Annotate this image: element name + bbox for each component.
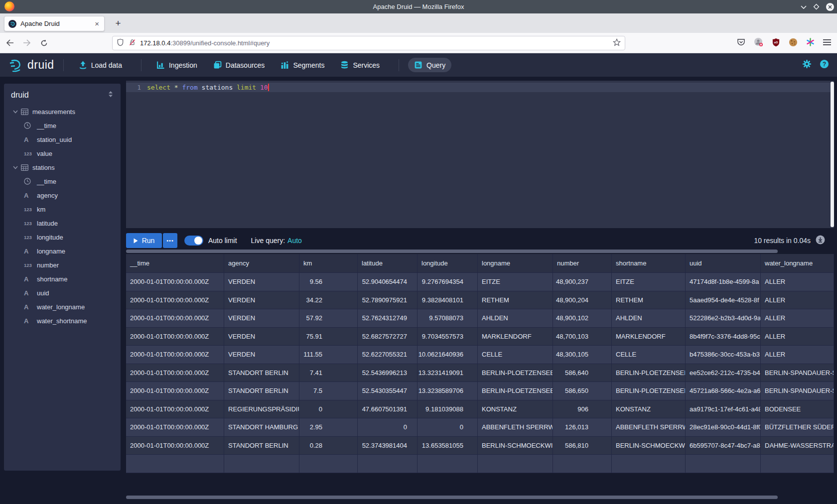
- table-cell[interactable]: BERLIN-SPANDAUER-SCHIFFAHRTSKANAL: [761, 364, 834, 382]
- table-cell[interactable]: 48,900,204: [553, 291, 612, 310]
- column-header-agency[interactable]: agency: [224, 254, 299, 273]
- table-cell[interactable]: 9.57088073: [418, 309, 478, 328]
- editor-vertical-scrollbar[interactable]: [831, 82, 834, 227]
- table-cell[interactable]: 5aaed954-de4e-4528-8f: [686, 291, 761, 310]
- table-cell[interactable]: STANDORT BERLIN: [224, 382, 299, 400]
- table-cell[interactable]: 52.3743981404: [358, 437, 418, 455]
- window-maximize-icon[interactable]: [813, 3, 820, 10]
- table-cell[interactable]: 2000-01-01T00:00:00.000Z: [126, 273, 224, 291]
- table-cell[interactable]: ee52ce62-212c-4735-b4: [686, 364, 761, 382]
- nav-item-segments[interactable]: Segments: [275, 58, 330, 72]
- table-cell[interactable]: 2000-01-01T00:00:00.000Z: [126, 291, 224, 310]
- table-cell[interactable]: 9.181039088: [418, 400, 478, 419]
- tree-column-longitude[interactable]: 123 longitude: [4, 230, 121, 244]
- table-cell[interactable]: ALLER: [761, 328, 834, 346]
- live-query-control[interactable]: Live query:Auto: [251, 237, 302, 245]
- shield-icon[interactable]: [117, 38, 124, 48]
- help-icon[interactable]: ?: [820, 59, 829, 71]
- table-cell[interactable]: 9.7034557573: [418, 328, 478, 346]
- column-header-uuid[interactable]: uuid: [686, 254, 761, 273]
- table-cell[interactable]: VERDEN: [224, 309, 299, 328]
- table-cell[interactable]: EITZE: [478, 273, 553, 291]
- tree-column-__time[interactable]: __time: [4, 119, 121, 132]
- column-header-water_longname[interactable]: water_longname: [761, 254, 834, 273]
- table-cell[interactable]: 2000-01-01T00:00:00.000Z: [126, 328, 224, 346]
- table-cell[interactable]: 0: [358, 418, 418, 437]
- table-cell[interactable]: 7.41: [299, 364, 358, 382]
- back-icon[interactable]: [3, 36, 17, 50]
- forward-icon[interactable]: [20, 36, 34, 50]
- table-cell[interactable]: REGIERUNGSPRÄSIDIUM: [224, 400, 299, 419]
- table-cell[interactable]: VERDEN: [224, 273, 299, 291]
- table-cell[interactable]: 586,650: [553, 382, 612, 400]
- table-cell[interactable]: 7.5: [299, 382, 358, 400]
- account-icon[interactable]: [754, 37, 763, 49]
- column-header-longitude[interactable]: longitude: [418, 254, 478, 273]
- table-cell[interactable]: 126,013: [553, 418, 612, 437]
- table-cell[interactable]: 9.56: [299, 273, 358, 291]
- table-cell[interactable]: 2.95: [299, 418, 358, 437]
- table-cell[interactable]: 52.7624312749: [358, 309, 418, 328]
- druid-logo[interactable]: druid: [8, 58, 54, 73]
- table-cell[interactable]: CELLE: [478, 346, 553, 364]
- table-cell[interactable]: 13.3238589706: [418, 382, 478, 400]
- table-cell[interactable]: 47.6607501391: [358, 400, 418, 419]
- window-minimize-icon[interactable]: [801, 5, 807, 9]
- table-cell[interactable]: ALLER: [761, 291, 834, 310]
- table-cell[interactable]: ALLER: [761, 309, 834, 328]
- table-cell[interactable]: ALLER: [761, 346, 834, 364]
- nav-item-datasources[interactable]: Datasources: [207, 58, 271, 72]
- table-cell[interactable]: 75.91: [299, 328, 358, 346]
- table-cell[interactable]: CELLE: [612, 346, 686, 364]
- tree-column-number[interactable]: 123 number: [4, 258, 121, 272]
- url-bar[interactable]: 172.18.0.4:30899/unified-console.html#qu…: [112, 36, 625, 50]
- table-cell[interactable]: KONSTANZ: [478, 400, 553, 419]
- table-cell[interactable]: 57.92: [299, 309, 358, 328]
- table-cell[interactable]: BODENSEE: [761, 400, 834, 419]
- table-cell[interactable]: 9.2767694354: [418, 273, 478, 291]
- table-cell[interactable]: b475386c-30cc-453a-b3: [686, 346, 761, 364]
- table-cell[interactable]: STANDORT BERLIN: [224, 437, 299, 455]
- column-header-latitude[interactable]: latitude: [358, 254, 418, 273]
- tree-column-km[interactable]: 123 km: [4, 202, 121, 216]
- lock-insecure-icon[interactable]: [129, 38, 136, 48]
- table-cell[interactable]: 10.0621640936: [418, 346, 478, 364]
- table-cell[interactable]: BERLIN-PLOETZENSEE UW: [612, 382, 686, 400]
- table-cell[interactable]: ABBENFLETH SPERRWERK: [478, 418, 553, 437]
- download-icon[interactable]: [816, 235, 825, 247]
- cookie-icon[interactable]: [789, 38, 798, 49]
- table-cell[interactable]: STANDORT BERLIN: [224, 364, 299, 382]
- table-cell[interactable]: 52.7890975921: [358, 291, 418, 310]
- ublock-icon[interactable]: uO: [772, 38, 780, 49]
- tree-column-station_uuid[interactable]: A station_uuid: [4, 132, 121, 146]
- schema-name[interactable]: druid: [11, 91, 29, 100]
- chevron-down-icon[interactable]: [13, 166, 18, 169]
- nav-item-load-data[interactable]: Load data: [73, 58, 128, 72]
- tree-column-longname[interactable]: A longname: [4, 244, 121, 258]
- table-cell[interactable]: 2000-01-01T00:00:00.000Z: [126, 346, 224, 364]
- table-cell[interactable]: 48,700,103: [553, 328, 612, 346]
- table-cell[interactable]: BERLIN-PLOETZENSEE OW: [478, 364, 553, 382]
- table-cell[interactable]: 13.653581055: [418, 437, 478, 455]
- column-header-shortname[interactable]: shortname: [612, 254, 686, 273]
- browser-tab-apache-druid[interactable]: Apache Druid ×: [4, 16, 105, 31]
- column-header-km[interactable]: km: [299, 254, 358, 273]
- table-cell[interactable]: MARKLENDORF: [612, 328, 686, 346]
- table-cell[interactable]: ABBENFLETH SPERRWERK: [612, 418, 686, 437]
- nav-item-ingestion[interactable]: Ingestion: [150, 58, 203, 72]
- table-cell[interactable]: aa9179c1-17ef-4c61-a48: [686, 400, 761, 419]
- table-cell[interactable]: VERDEN: [224, 328, 299, 346]
- table-cell[interactable]: VERDEN: [224, 346, 299, 364]
- tab-close-icon[interactable]: ×: [94, 19, 100, 28]
- table-cell[interactable]: 111.55: [299, 346, 358, 364]
- table-hscrollbar-top[interactable]: [126, 250, 778, 253]
- table-cell[interactable]: 586,640: [553, 364, 612, 382]
- table-cell[interactable]: 47174d8f-1b8e-4599-8a: [686, 273, 761, 291]
- table-cell[interactable]: 2000-01-01T00:00:00.000Z: [126, 309, 224, 328]
- chevron-down-icon[interactable]: [13, 110, 18, 114]
- table-cell[interactable]: RETHEM: [612, 291, 686, 310]
- table-cell[interactable]: DAHME-WASSERSTRASSE: [761, 437, 834, 455]
- container-asterisk-icon[interactable]: [806, 38, 815, 48]
- bookmark-star-icon[interactable]: [613, 38, 621, 48]
- table-cell[interactable]: 906: [553, 400, 612, 419]
